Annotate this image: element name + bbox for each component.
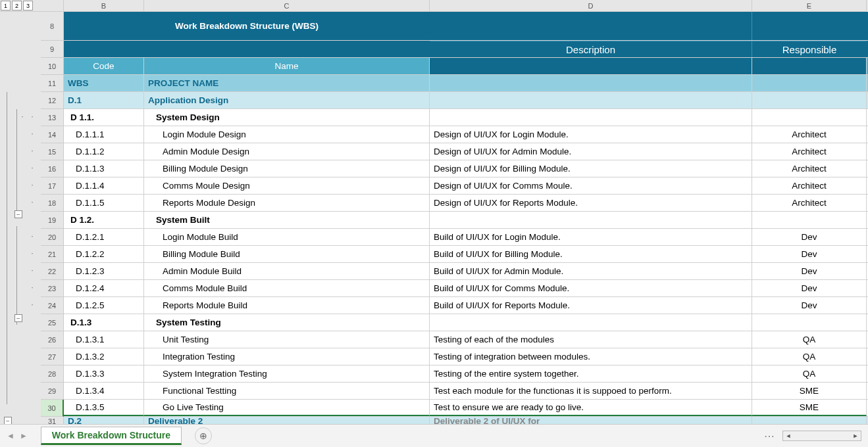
outline-dot: ·	[28, 146, 37, 155]
cell-code: D.1.3	[64, 314, 144, 331]
cell-resp: QA	[752, 365, 867, 382]
row-header-15[interactable]: 15	[41, 143, 64, 160]
cell-code: D.1.1.2	[64, 143, 144, 160]
cell-name: Admin Module Design	[144, 143, 430, 160]
horizontal-scrollbar[interactable]: ◄ ►	[782, 431, 861, 441]
table-row[interactable]: D 1.1.System Design	[64, 109, 868, 126]
cell-desc: Test to ensure we are ready to go live.	[430, 400, 752, 416]
cell-code: D.1	[64, 92, 144, 108]
sheet-tab-bar: ◄ ► Work Breakdown Structure ⊕ ⋯ ◄ ►	[0, 424, 868, 447]
outline-gutter: · · · · · · · − · · · · · − −	[0, 12, 41, 424]
cell-desc: Deliverable 2 of UI/UX for	[430, 417, 752, 424]
row-header-16[interactable]: 16	[41, 160, 64, 177]
table-row[interactable]: D.1.1.3Billing Module DesignDesign of UI…	[64, 160, 868, 177]
table-row[interactable]: D.1.3.3System Integration TestingTesting…	[64, 365, 868, 383]
row-header-27[interactable]: 27	[41, 348, 64, 365]
scroll-left-icon[interactable]: ◄	[783, 433, 794, 439]
col-header-b[interactable]: B	[64, 0, 144, 12]
table-row[interactable]: D.1.2.1Login Module BuildBuild of UI/UX …	[64, 229, 868, 246]
row-header-23[interactable]: 23	[41, 280, 64, 297]
table-row[interactable]: D.1.1.1Login Module DesignDesign of UI/U…	[64, 126, 868, 143]
row-header-13[interactable]: 13	[41, 109, 64, 126]
cell-desc: Design of UI/UX for Comms Moule.	[430, 177, 752, 194]
cell-resp	[752, 212, 867, 228]
table-row[interactable]: D.1.3System Testing	[64, 314, 868, 331]
cell-name: Go Live Testing	[144, 400, 430, 416]
cell-name: Billing Module Design	[144, 160, 430, 177]
tab-options-icon[interactable]: ⋯	[764, 430, 776, 442]
collapse-section-1[interactable]: −	[14, 210, 22, 218]
row-header-22[interactable]: 22	[41, 263, 64, 280]
row-header-20[interactable]: 20	[41, 229, 64, 246]
table-row[interactable]: D.1.3.5Go Live TestingTest to ensure we …	[64, 400, 868, 417]
row-header-14[interactable]: 14	[41, 126, 64, 143]
sheet-tab-active[interactable]: Work Breakdown Structure	[41, 427, 182, 445]
select-all-corner[interactable]	[41, 0, 64, 12]
cell-name: Integration Testing	[144, 348, 430, 365]
row-header-10[interactable]: 10	[41, 58, 64, 75]
cell-name: Comms Moule Design	[144, 177, 430, 194]
table-row[interactable]: D.1.1.2Admin Module DesignDesign of UI/U…	[64, 143, 868, 160]
col-header-c[interactable]: C	[144, 0, 430, 12]
cell-desc: Testing of each of the modules	[430, 331, 752, 348]
outline-dot: ·	[28, 248, 37, 258]
tab-nav: ◄ ►	[0, 431, 34, 440]
table-row[interactable]: D.1.2.5Reports Module BuildBuild of UI/U…	[64, 297, 868, 314]
add-sheet-button[interactable]: ⊕	[195, 427, 212, 444]
row-header-17[interactable]: 17	[41, 177, 64, 195]
row-header-19[interactable]: 19	[41, 212, 64, 229]
cell-code: D.1.1.5	[64, 195, 144, 211]
row-header-8[interactable]: 8	[41, 12, 64, 41]
cell-name: Application Design	[144, 92, 430, 108]
cell-name: PROJECT NAME	[144, 75, 430, 91]
row-header-29[interactable]: 29	[41, 383, 64, 400]
col-header-e[interactable]: E	[752, 0, 867, 12]
row-header-28[interactable]: 28	[41, 365, 64, 383]
row-header-18[interactable]: 18	[41, 195, 64, 212]
table-row[interactable]: D.1.3.4Functional TesttingTest each modu…	[64, 383, 868, 400]
cell-code: D.1.2.5	[64, 297, 144, 314]
table-row[interactable]: D.1.3.1Unit TestingTesting of each of th…	[64, 331, 868, 348]
table-row[interactable]: D 1.2.System Built	[64, 212, 868, 229]
collapse-section-2[interactable]: −	[14, 314, 22, 322]
outline-dot: ·	[28, 197, 37, 206]
scroll-right-icon[interactable]: ►	[850, 433, 861, 439]
table-row[interactable]: D.1.1.4Comms Moule DesignDesign of UI/UX…	[64, 177, 868, 195]
row-header-26[interactable]: 26	[41, 331, 64, 348]
table-row[interactable]: D.1.2.3Admin Module BuildBuild of UI/UX …	[64, 263, 868, 280]
row-header-21[interactable]: 21	[41, 246, 64, 263]
table-row[interactable]: D.1.2.2Billing Module BuildBuild of UI/U…	[64, 246, 868, 263]
row-header-24[interactable]: 24	[41, 297, 64, 314]
col-header-d[interactable]: D	[430, 0, 752, 12]
cell-desc: Testing of the entire system together.	[430, 365, 752, 382]
outline-level-3[interactable]: 3	[23, 1, 33, 11]
cell-name: Billing Module Build	[144, 246, 430, 262]
level2-row[interactable]: D.1 Application Design	[64, 92, 868, 109]
title-spacer-e	[752, 12, 867, 40]
table-row[interactable]: D.1.2.4Comms Module BuildBuild of UI/UX …	[64, 280, 868, 297]
spreadsheet-grid[interactable]: Work Breakdown Structure (WBS) Descripti…	[64, 12, 868, 424]
wbs-title: Work Breakdown Structure (WBS)	[64, 12, 430, 40]
row-header-11[interactable]: 11	[41, 75, 64, 92]
row-header-9[interactable]: 9	[41, 41, 64, 58]
row-header-12[interactable]: 12	[41, 92, 64, 109]
cell-desc: Build of UI/UX for Comms Module.	[430, 280, 752, 296]
level2-row-bottom[interactable]: D.2 Deliverable 2 Deliverable 2 of UI/UX…	[64, 417, 868, 424]
table-row[interactable]: D.1.1.5Reports Module DesignDesign of UI…	[64, 195, 868, 212]
cell-code: D.1.3.4	[64, 383, 144, 399]
row-header-25[interactable]: 25	[41, 314, 64, 331]
outline-level-1[interactable]: 1	[1, 1, 11, 11]
table-row[interactable]: D.1.3.2Integration TestingTesting of int…	[64, 348, 868, 365]
outline-level-2[interactable]: 2	[12, 1, 22, 11]
tab-nav-next-icon[interactable]: ►	[20, 431, 28, 440]
outline-dot: ·	[28, 300, 37, 309]
title-row: Work Breakdown Structure (WBS)	[64, 12, 868, 41]
cell-code: D.1.2.1	[64, 229, 144, 245]
level1-row[interactable]: WBS PROJECT NAME	[64, 75, 868, 92]
cell-name: Admin Module Build	[144, 263, 430, 279]
cell-name: System Testing	[144, 314, 430, 331]
cell-resp	[752, 314, 867, 331]
row-header-30[interactable]: 30	[41, 400, 64, 417]
cell-code: D.1.2.2	[64, 246, 144, 262]
tab-nav-prev-icon[interactable]: ◄	[7, 431, 14, 440]
